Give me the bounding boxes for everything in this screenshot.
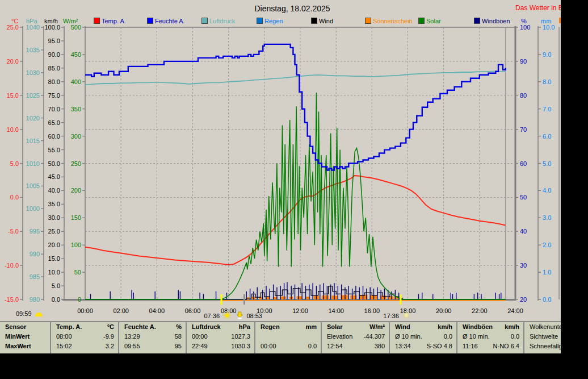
axis-tick-label: 24:00 (507, 307, 523, 314)
axis-tick-label: 8.0 (543, 78, 551, 85)
table-col-sensor: SensorMinWertMaxWert (0, 322, 50, 353)
table-cell: Ø 10 min.0.0 (390, 332, 456, 341)
axis-tick-label: 60 (520, 160, 527, 167)
axis-tick-label: 10.0 (543, 24, 555, 31)
axis-tick-label: 10.0 (7, 126, 19, 133)
table-cell-value: 3.2 (106, 341, 114, 351)
axis-tick-label: -10.0 (5, 262, 19, 269)
axis-tick-label: 1000 (26, 205, 40, 212)
axis-tick-label: 0.0 (52, 296, 60, 303)
table-cell: Ø 10 min.0.0 (457, 332, 523, 341)
sun-ray (408, 317, 409, 318)
table-cell-value: W/m² (369, 322, 385, 332)
table-cell-value: 1027.3 (231, 332, 250, 341)
table-cell-label: Ø 10 min. (463, 332, 490, 341)
table-cell-value: % (176, 322, 182, 332)
axis-tick-label: 1040 (26, 24, 40, 31)
table-cell-label: Sichtweite (530, 332, 558, 341)
table-col-luftdruck: LuftdruckhPa00:001027.322:491030.3 (186, 322, 254, 353)
table-cell: Sensor (0, 322, 50, 332)
table-cell-value: 0.0 (511, 332, 519, 341)
table-cell: Schneefallgr (524, 341, 561, 351)
axis-tick-label: 25.0 (48, 228, 60, 235)
table-cell: 00:000.0 (255, 341, 321, 351)
table-cell: 15:023.2 (51, 341, 118, 351)
sun-ray (224, 317, 225, 318)
axis-tick-label: 5.0 (52, 282, 60, 289)
axis-tick-label: 95.0 (48, 38, 60, 44)
table-cell-label: Feuchte A. (124, 322, 156, 332)
axis-tick-label: 0.0 (10, 194, 19, 201)
series-sonnenschein-bar (274, 297, 277, 299)
axis-tick-label: 1030 (26, 69, 40, 76)
table-cell: Regenmm (255, 322, 321, 332)
axis-tick-label: 15.0 (7, 92, 19, 99)
axis-tick-label: 400 (71, 78, 81, 85)
axis-tick-label: 50 (74, 269, 81, 276)
axis-tick-label: 1005 (26, 182, 40, 189)
sun-icon (404, 314, 408, 318)
axis-tick-label: 02:00 (113, 307, 129, 314)
axis-tick-label: 60.0 (48, 133, 60, 140)
table-cell-value: °C (107, 322, 114, 332)
axis-tick-label: 08:00 (221, 307, 237, 314)
table-cell-label: 12:54 (327, 341, 343, 351)
table-cell-value: -9.9 (103, 332, 114, 341)
table-cell: SolarW/m² (322, 322, 389, 332)
axis-tick-label: 15.0 (48, 255, 60, 262)
axis-tick-label: 08:53 (246, 313, 262, 319)
axis-tick-label: 30 (520, 262, 527, 269)
axis-tick-label: 3.0 (543, 214, 551, 221)
table-cell: MaxWert (0, 341, 50, 351)
table-cell-label: Luftdruck (192, 322, 221, 332)
axis-tick-label: 1035 (26, 47, 40, 53)
table-cell-label: Regen (261, 322, 280, 332)
axis-tick-label: 980 (30, 296, 40, 303)
axis-tick-label: -15.0 (5, 296, 19, 303)
axis-tick-label: 7.0 (543, 106, 551, 113)
axis-tick-label: 14:00 (328, 307, 344, 314)
table-col-wolkenunterg: WolkenuntergSichtweiteSchneefallgr (523, 322, 561, 353)
axis-tick-label: 100 (71, 241, 81, 248)
table-cell-label: Temp. A. (56, 322, 82, 332)
axis-tick-label: 40 (520, 228, 527, 235)
table-cell-label: Schneefallgr (530, 341, 561, 351)
table-cell: 09:5595 (119, 341, 186, 351)
series-solar-line (85, 93, 506, 299)
axis-tick-label: 5.0 (10, 160, 19, 167)
table-cell: Elevation-44.307 (322, 332, 389, 341)
table-cell-label: 11:16 (463, 341, 478, 351)
table-cell-value: 1030.3 (231, 341, 250, 351)
stats-table: SensorMinWertMaxWertTemp. A.°C08:00-9.91… (0, 321, 561, 353)
axis-tick-label: 50 (520, 194, 527, 201)
axis-tick-label: 80.0 (48, 78, 60, 85)
table-cell-value: km/h (438, 322, 452, 332)
table-cell-label: Wind (395, 322, 410, 332)
series-wind-line (85, 286, 506, 299)
axis-tick-label: 20:00 (436, 307, 452, 314)
axis-tick-label: 150 (71, 214, 81, 221)
table-cell: Wolkenunterg (524, 322, 561, 332)
axis-tick-label: 18:00 (400, 307, 416, 314)
axis-tick-label: -5.0 (8, 228, 19, 235)
half-moon-icon (35, 313, 43, 316)
axis-tick-label: 45.0 (48, 173, 60, 180)
table-cell-value: 0.0 (308, 341, 317, 351)
table-cell-value: km/h (505, 322, 519, 332)
axis-tick-label: 12:00 (292, 307, 308, 314)
table-cell: Windböenkm/h (457, 322, 523, 332)
axis-tick-label: 04:00 (149, 307, 165, 314)
table-cell: 12:54380 (322, 341, 389, 351)
table-cell: MinWert (0, 332, 50, 341)
axis-tick-label: 55.0 (48, 147, 60, 153)
axis-tick-label: 50.0 (48, 160, 60, 167)
series-sonnenschein-bar (280, 297, 285, 299)
axis-tick-label: 9.0 (543, 51, 551, 58)
axis-tick-label: 00:00 (77, 307, 93, 314)
table-cell-value: N-NO 6.4 (493, 341, 519, 351)
axis-tick-label: 1010 (26, 160, 40, 167)
axis-tick-label: 90 (520, 58, 527, 65)
table-cell-label: 09:55 (124, 341, 140, 351)
axis-tick-label: 80 (520, 92, 527, 99)
table-cell-label: Sensor (5, 322, 26, 332)
